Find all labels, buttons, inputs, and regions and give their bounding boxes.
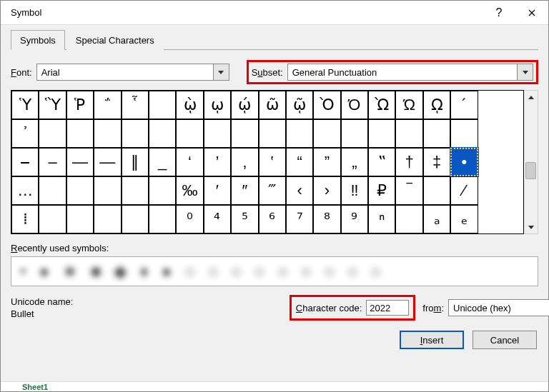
subset-input[interactable] bbox=[287, 64, 518, 81]
symbol-cell[interactable]: ⁰ bbox=[176, 205, 203, 233]
symbol-cell[interactable]: ‒ bbox=[11, 148, 39, 176]
grid-scrollbar[interactable] bbox=[524, 90, 538, 234]
symbol-cell[interactable]: ´ bbox=[450, 91, 478, 119]
symbol-cell[interactable] bbox=[149, 91, 176, 119]
character-code-input[interactable] bbox=[366, 300, 409, 316]
symbol-grid[interactable]: ὙὛῬ΅῟ῲῳῴῶῷῸΌῺΏῼ´᾿‒–—―‖_‘’‚‛“”„‟†‡•…‰′″‴‹… bbox=[11, 90, 524, 234]
font-dropdown-button[interactable] bbox=[214, 64, 229, 81]
symbol-cell[interactable]: ⁸ bbox=[313, 205, 340, 233]
symbol-cell[interactable]: ‚ bbox=[231, 148, 258, 176]
symbol-cell[interactable]: ⁴ bbox=[204, 205, 231, 233]
symbol-cell[interactable] bbox=[122, 119, 149, 148]
symbol-cell[interactable]: ⁿ bbox=[368, 205, 395, 233]
symbol-cell[interactable] bbox=[286, 119, 313, 148]
symbol-cell[interactable]: ′ bbox=[204, 176, 231, 205]
symbol-cell[interactable]: ‹ bbox=[286, 176, 313, 205]
symbol-cell[interactable]: ᾿ bbox=[11, 119, 39, 148]
symbol-cell[interactable] bbox=[149, 176, 176, 205]
symbol-cell[interactable]: ⁹ bbox=[341, 205, 368, 233]
symbol-cell[interactable]: Ὓ bbox=[39, 91, 66, 119]
symbol-cell[interactable]: ῶ bbox=[259, 91, 286, 119]
symbol-cell[interactable] bbox=[94, 119, 121, 148]
symbol-cell[interactable]: • bbox=[450, 148, 478, 176]
tab-symbols[interactable]: Symbols bbox=[11, 30, 65, 50]
symbol-cell[interactable]: ″ bbox=[231, 176, 258, 205]
symbol-cell[interactable] bbox=[341, 119, 368, 148]
symbol-cell[interactable]: ῷ bbox=[286, 91, 313, 119]
symbol-cell[interactable] bbox=[423, 176, 450, 205]
symbol-cell[interactable]: “ bbox=[286, 148, 313, 176]
symbol-cell[interactable]: ‖ bbox=[122, 148, 149, 176]
symbol-cell[interactable] bbox=[313, 119, 340, 148]
symbol-cell[interactable]: ₐ bbox=[423, 205, 450, 233]
tab-special-characters[interactable]: Special Characters bbox=[66, 30, 164, 50]
symbol-cell[interactable]: ₽ bbox=[368, 176, 395, 205]
scrollbar-thumb[interactable] bbox=[525, 162, 536, 179]
symbol-cell[interactable]: Ὑ bbox=[11, 91, 39, 119]
symbol-cell[interactable]: ‴ bbox=[259, 176, 286, 205]
symbol-cell[interactable]: Ὸ bbox=[313, 91, 340, 119]
symbol-cell[interactable]: ⁄ bbox=[450, 176, 478, 205]
symbol-cell[interactable]: ― bbox=[94, 148, 121, 176]
scrollbar-up-arrow[interactable] bbox=[524, 91, 538, 104]
symbol-cell[interactable]: › bbox=[313, 176, 340, 205]
symbol-cell[interactable]: Ὼ bbox=[368, 91, 395, 119]
font-select[interactable] bbox=[36, 64, 229, 81]
symbol-cell[interactable]: ⁵ bbox=[231, 205, 258, 233]
from-select[interactable] bbox=[448, 299, 538, 316]
cancel-button[interactable]: Cancel bbox=[473, 331, 537, 349]
font-input[interactable] bbox=[36, 64, 214, 81]
close-button[interactable] bbox=[515, 1, 548, 24]
scrollbar-track[interactable] bbox=[524, 104, 538, 221]
symbol-cell[interactable] bbox=[94, 176, 121, 205]
symbol-cell[interactable]: – bbox=[39, 148, 66, 176]
symbol-cell[interactable] bbox=[259, 119, 286, 148]
symbol-cell[interactable]: ‰ bbox=[176, 176, 203, 205]
symbol-cell[interactable] bbox=[122, 205, 149, 233]
sheet-tab[interactable]: Sheet1 bbox=[22, 383, 48, 391]
symbol-cell[interactable]: ⁷ bbox=[286, 205, 313, 233]
symbol-cell[interactable]: Ώ bbox=[395, 91, 422, 119]
symbol-cell[interactable]: ₑ bbox=[450, 205, 478, 233]
symbol-cell[interactable]: … bbox=[11, 176, 39, 205]
scrollbar-down-arrow[interactable] bbox=[524, 221, 538, 233]
symbol-cell[interactable]: † bbox=[395, 148, 422, 176]
symbol-cell[interactable] bbox=[176, 119, 203, 148]
symbol-cell[interactable]: ‾ bbox=[395, 176, 422, 205]
symbol-cell[interactable] bbox=[39, 176, 66, 205]
symbol-cell[interactable] bbox=[395, 119, 422, 148]
symbol-cell[interactable] bbox=[149, 119, 176, 148]
symbol-cell[interactable]: ‡ bbox=[423, 148, 450, 176]
recently-used-panel[interactable]: •●★■◆♦●○○○○○○○○○ bbox=[11, 256, 538, 286]
symbol-cell[interactable]: ῼ bbox=[423, 91, 450, 119]
symbol-cell[interactable] bbox=[450, 119, 478, 148]
from-input[interactable] bbox=[448, 299, 549, 316]
symbol-cell[interactable] bbox=[39, 119, 66, 148]
symbol-cell[interactable]: ⁶ bbox=[259, 205, 286, 233]
insert-button[interactable]: Insert bbox=[400, 331, 464, 349]
symbol-cell[interactable] bbox=[204, 119, 231, 148]
symbol-cell[interactable] bbox=[149, 205, 176, 233]
symbol-cell[interactable] bbox=[122, 176, 149, 205]
symbol-cell[interactable]: Ῥ bbox=[66, 91, 94, 119]
symbol-cell[interactable]: Ό bbox=[341, 91, 368, 119]
help-button[interactable]: ? bbox=[483, 1, 515, 24]
symbol-cell[interactable] bbox=[66, 119, 94, 148]
symbol-cell[interactable] bbox=[368, 119, 395, 148]
symbol-cell[interactable] bbox=[423, 119, 450, 148]
symbol-cell[interactable] bbox=[94, 205, 121, 233]
subset-dropdown-button[interactable] bbox=[518, 64, 533, 81]
symbol-cell[interactable] bbox=[231, 119, 258, 148]
symbol-cell[interactable] bbox=[66, 205, 94, 233]
symbol-cell[interactable]: _ bbox=[149, 148, 176, 176]
symbol-cell[interactable]: „ bbox=[341, 148, 368, 176]
subset-select[interactable] bbox=[287, 64, 533, 81]
symbol-cell[interactable] bbox=[66, 176, 94, 205]
symbol-cell[interactable]: ” bbox=[313, 148, 340, 176]
symbol-cell[interactable]: ⁞ bbox=[11, 205, 39, 233]
symbol-cell[interactable]: — bbox=[66, 148, 94, 176]
symbol-cell[interactable]: ’ bbox=[204, 148, 231, 176]
symbol-cell[interactable]: ‼ bbox=[341, 176, 368, 205]
symbol-cell[interactable] bbox=[39, 205, 66, 233]
symbol-cell[interactable]: ‛ bbox=[259, 148, 286, 176]
